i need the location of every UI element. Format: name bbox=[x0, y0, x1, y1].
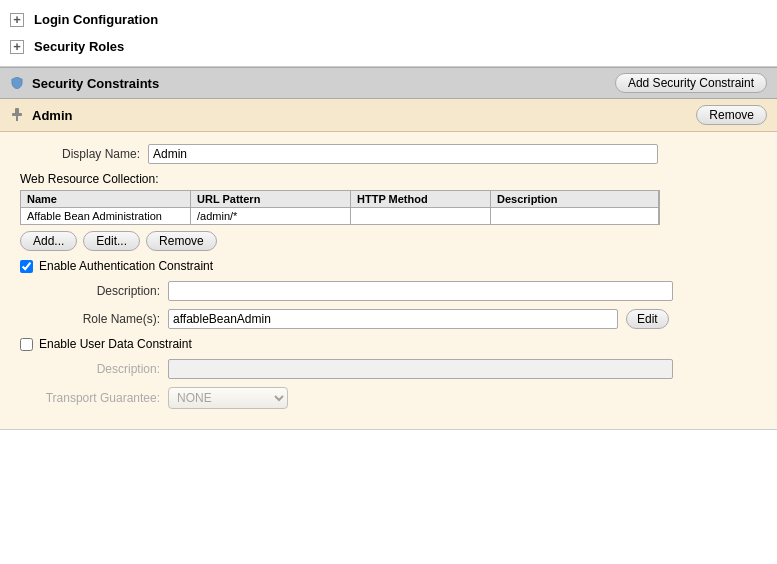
web-resource-label: Web Resource Collection: bbox=[20, 172, 757, 186]
enable-user-data-label: Enable User Data Constraint bbox=[39, 337, 192, 351]
security-constraints-icon bbox=[10, 76, 24, 90]
security-constraints-title: Security Constraints bbox=[32, 76, 615, 91]
web-resource-remove-button[interactable]: Remove bbox=[146, 231, 217, 251]
col-desc-header: Description bbox=[491, 191, 659, 207]
col-url-header: URL Pattern bbox=[191, 191, 351, 207]
constraint-title: Admin bbox=[32, 108, 696, 123]
constraint-body: Display Name: Web Resource Collection: N… bbox=[0, 132, 777, 429]
web-resource-add-button[interactable]: Add... bbox=[20, 231, 77, 251]
svg-rect-2 bbox=[16, 116, 18, 121]
table-cell-http bbox=[351, 208, 491, 224]
table-header: Name URL Pattern HTTP Method Description bbox=[21, 191, 659, 208]
auth-description-label: Description: bbox=[40, 284, 160, 298]
display-name-row: Display Name: bbox=[20, 144, 757, 164]
admin-constraint-block: Admin Remove Display Name: Web Resource … bbox=[0, 99, 777, 430]
transport-guarantee-row: Transport Guarantee: NONE INTEGRAL CONFI… bbox=[40, 387, 757, 409]
auth-description-input[interactable] bbox=[168, 281, 673, 301]
table-cell-desc bbox=[491, 208, 659, 224]
web-resource-section: Web Resource Collection: Name URL Patter… bbox=[20, 172, 757, 251]
col-http-header: HTTP Method bbox=[351, 191, 491, 207]
user-data-description-input bbox=[168, 359, 673, 379]
table-cell-url: /admin/* bbox=[191, 208, 351, 224]
constraint-header: Admin Remove bbox=[0, 99, 777, 132]
role-names-row: Role Name(s): Edit bbox=[40, 309, 757, 329]
enable-auth-row[interactable]: Enable Authentication Constraint bbox=[20, 259, 757, 273]
login-config-row[interactable]: + Login Configuration bbox=[0, 6, 777, 33]
enable-auth-label: Enable Authentication Constraint bbox=[39, 259, 213, 273]
user-data-details: Description: Transport Guarantee: NONE I… bbox=[40, 359, 757, 409]
table-actions: Add... Edit... Remove bbox=[20, 231, 757, 251]
login-config-title: Login Configuration bbox=[34, 12, 158, 27]
pin-icon bbox=[10, 108, 24, 122]
security-roles-row[interactable]: + Security Roles bbox=[0, 33, 777, 60]
enable-user-data-row[interactable]: Enable User Data Constraint bbox=[20, 337, 757, 351]
display-name-label: Display Name: bbox=[20, 147, 140, 161]
transport-guarantee-label: Transport Guarantee: bbox=[40, 391, 160, 405]
constraint-remove-button[interactable]: Remove bbox=[696, 105, 767, 125]
user-data-description-label: Description: bbox=[40, 362, 160, 376]
security-roles-expand-icon[interactable]: + bbox=[10, 40, 24, 54]
user-data-description-row: Description: bbox=[40, 359, 757, 379]
enable-auth-checkbox[interactable] bbox=[20, 260, 33, 273]
web-resource-edit-button[interactable]: Edit... bbox=[83, 231, 140, 251]
login-config-expand-icon[interactable]: + bbox=[10, 13, 24, 27]
auth-details: Description: Role Name(s): Edit bbox=[40, 281, 757, 329]
role-names-label: Role Name(s): bbox=[40, 312, 160, 326]
role-names-input[interactable] bbox=[168, 309, 618, 329]
col-name-header: Name bbox=[21, 191, 191, 207]
display-name-input[interactable] bbox=[148, 144, 658, 164]
svg-rect-1 bbox=[12, 113, 22, 116]
table-cell-name: Affable Bean Administration bbox=[21, 208, 191, 224]
add-security-constraint-button[interactable]: Add Security Constraint bbox=[615, 73, 767, 93]
auth-description-row: Description: bbox=[40, 281, 757, 301]
web-resource-table: Name URL Pattern HTTP Method Description… bbox=[20, 190, 660, 225]
security-constraints-header: Security Constraints Add Security Constr… bbox=[0, 67, 777, 99]
table-row[interactable]: Affable Bean Administration /admin/* bbox=[21, 208, 659, 224]
role-names-edit-button[interactable]: Edit bbox=[626, 309, 669, 329]
security-roles-title: Security Roles bbox=[34, 39, 124, 54]
transport-guarantee-select[interactable]: NONE INTEGRAL CONFIDENTIAL bbox=[168, 387, 288, 409]
enable-user-data-checkbox[interactable] bbox=[20, 338, 33, 351]
